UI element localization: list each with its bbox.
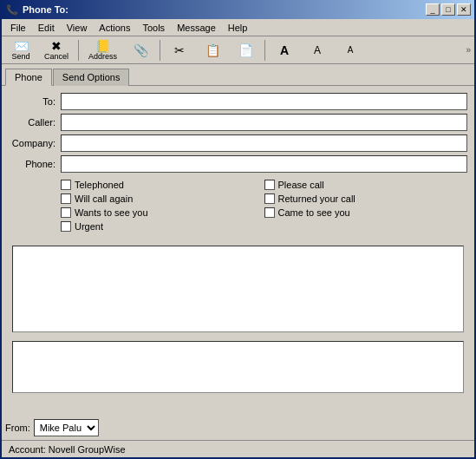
form-row-phone: Phone: (9, 155, 467, 173)
message-textarea[interactable] (12, 246, 464, 332)
checkbox-wants-to-see-box[interactable] (61, 207, 71, 218)
tab-phone[interactable]: Phone (5, 69, 52, 86)
checkbox-returned-call: Returned your call (264, 193, 468, 204)
copy-icon: 📋 (205, 44, 220, 56)
toolbar-separator-2 (160, 40, 160, 61)
menu-tools[interactable]: Tools (137, 21, 170, 35)
label-company: Company: (9, 138, 61, 148)
font-small-icon: A (348, 45, 354, 55)
maximize-button[interactable]: □ (441, 3, 455, 16)
cancel-icon: ✖ (51, 40, 62, 52)
toolbar: ✉️ Send ✖ Cancel 📒 Address 📎 ✂ 📋 📄 A (2, 36, 474, 64)
form-row-to: To: (9, 93, 467, 110)
status-bar: Account: Novell GroupWise (2, 440, 474, 457)
checkbox-col-right: Please call Returned your call Came to s… (264, 180, 468, 232)
checkbox-will-call-label: Will call again (75, 193, 133, 204)
label-caller: Caller: (9, 117, 61, 128)
menu-help[interactable]: Help (223, 21, 253, 35)
checkbox-came-to-see: Came to see you (264, 207, 468, 218)
checkbox-telephoned-label: Telephoned (75, 180, 124, 190)
cut-icon: ✂ (174, 44, 185, 56)
tab-send-options[interactable]: Send Options (53, 69, 130, 86)
from-select[interactable]: Mike Palu (34, 419, 99, 436)
checkbox-wants-to-see: Wants to see you (61, 207, 264, 218)
tabs-area: Phone Send Options (2, 64, 474, 85)
toolbar-extend: » (466, 45, 471, 55)
checkbox-urgent-box[interactable] (61, 221, 71, 232)
content-area: To: Caller: Company: Phone: Telephoned (2, 85, 474, 416)
checkbox-telephoned: Telephoned (61, 180, 264, 190)
input-company[interactable] (61, 134, 467, 152)
form-row-company: Company: (9, 134, 467, 152)
checkbox-came-to-see-box[interactable] (264, 207, 275, 218)
address-icon: 📒 (95, 40, 110, 52)
address-button[interactable]: 📒 Address (82, 38, 123, 62)
copy-button[interactable]: 📋 (197, 38, 228, 62)
font-small-button[interactable]: A (335, 38, 366, 62)
checkbox-please-call: Please call (264, 180, 468, 190)
send-icon: ✉️ (14, 40, 29, 52)
title-bar-buttons: _ □ ✕ (426, 3, 471, 16)
attach-icon: 📎 (134, 44, 148, 56)
form-row-caller: Caller: (9, 114, 467, 131)
label-phone: Phone: (9, 159, 61, 169)
window-icon: 📞 (5, 3, 19, 16)
font-large-button[interactable]: A (269, 38, 300, 62)
attach-button[interactable]: 📎 (125, 38, 156, 62)
menu-actions[interactable]: Actions (94, 21, 135, 35)
checkbox-returned-call-label: Returned your call (278, 193, 355, 204)
toolbar-separator-3 (264, 40, 265, 61)
font-medium-icon: A (314, 44, 321, 56)
checkbox-col-left: Telephoned Will call again Wants to see … (61, 180, 264, 232)
notes-textarea[interactable] (12, 341, 464, 393)
menu-view[interactable]: View (62, 21, 93, 35)
checkbox-please-call-label: Please call (278, 180, 324, 190)
menu-message[interactable]: Message (172, 21, 221, 35)
checkbox-telephoned-box[interactable] (61, 180, 71, 190)
checkbox-urgent: Urgent (61, 221, 264, 232)
checkbox-urgent-label: Urgent (75, 221, 103, 232)
title-bar: 📞 Phone To: _ □ ✕ (2, 0, 474, 19)
input-to[interactable] (61, 93, 467, 110)
font-medium-button[interactable]: A (302, 38, 333, 62)
checkbox-wants-to-see-label: Wants to see you (75, 207, 148, 218)
close-button[interactable]: ✕ (457, 3, 471, 16)
menu-bar: File Edit View Actions Tools Message Hel… (2, 19, 474, 36)
label-to: To: (9, 96, 61, 107)
status-text: Account: Novell GroupWise (9, 444, 126, 455)
minimize-button[interactable]: _ (426, 3, 440, 16)
input-caller[interactable] (61, 114, 467, 131)
from-label: From: (5, 423, 30, 433)
from-bar: From: Mike Palu Mike Palu (2, 416, 474, 440)
checkbox-please-call-box[interactable] (264, 180, 275, 190)
checkbox-returned-call-box[interactable] (264, 193, 275, 204)
menu-file[interactable]: File (5, 21, 31, 35)
toolbar-separator-1 (78, 40, 79, 61)
cut-button[interactable]: ✂ (164, 38, 195, 62)
checkboxes-section: Telephoned Will call again Wants to see … (61, 180, 467, 232)
send-button[interactable]: ✉️ Send (5, 38, 36, 62)
checkbox-came-to-see-label: Came to see you (278, 207, 350, 218)
input-phone[interactable] (61, 155, 467, 173)
paste-button[interactable]: 📄 (230, 38, 261, 62)
paste-icon: 📄 (238, 44, 253, 56)
menu-edit[interactable]: Edit (33, 21, 60, 35)
window-title: Phone To: (23, 4, 68, 15)
checkbox-will-call: Will call again (61, 193, 264, 204)
checkbox-will-call-box[interactable] (61, 193, 71, 204)
cancel-button[interactable]: ✖ Cancel (38, 38, 75, 62)
font-large-icon: A (280, 43, 289, 57)
